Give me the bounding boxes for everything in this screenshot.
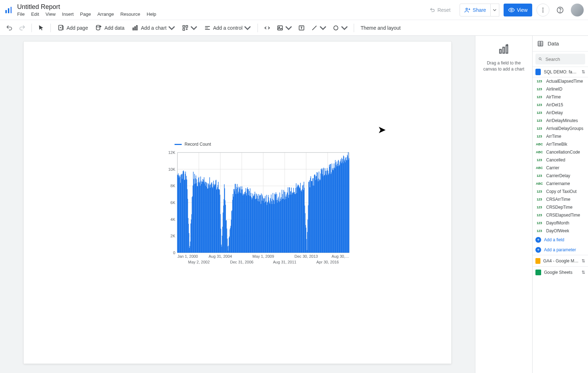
field-name: Cancelled [546,158,565,163]
svg-text:12K: 12K [168,150,175,155]
field-cancelled[interactable]: 123Cancelled [533,156,588,164]
redo-button[interactable] [16,22,28,34]
field-type-icon: 123 [535,229,543,233]
field-actualelapsedtime[interactable]: 123ActualElapsedTime [533,77,588,85]
text-button[interactable] [296,22,307,34]
field-name: ArrTime [546,134,561,139]
menu-page[interactable]: Page [80,11,91,17]
field-type-icon: ABC [535,181,543,186]
add-field-link[interactable]: +Add a field [533,235,588,245]
datasource-name: Google Sheets [544,270,572,275]
svg-rect-456 [503,47,505,53]
field-arrdelayminutes[interactable]: 123ArrDelayMinutes [533,117,588,125]
shape-button[interactable] [330,22,350,34]
time-series-chart[interactable]: Record Count 02K4K6K8K10K12KJan 1, 2000A… [160,142,353,271]
datasource-icon [535,69,541,75]
svg-point-459 [539,58,541,60]
svg-text:Dec 31, 2006: Dec 31, 2006 [230,260,253,264]
field-type-icon: 123 [535,134,543,139]
embed-button[interactable] [261,22,273,34]
datasource-icon [535,270,541,275]
field-name: CarrierDelay [546,173,570,178]
field-arrdelay[interactable]: 123ArrDelay [533,109,588,117]
svg-text:Aug 30,…: Aug 30,… [332,254,349,258]
field-arrdel15[interactable]: 123ArrDel15 [533,101,588,109]
menu-arrange[interactable]: Arrange [97,11,114,17]
field-dayofweek[interactable]: 123DayOfWeek [533,227,588,235]
field-airlineid[interactable]: 123AirlineID [533,85,588,93]
field-carriername[interactable]: ABCCarriername [533,180,588,188]
share-dropdown-caret[interactable] [491,4,499,16]
svg-text:10K: 10K [168,167,175,171]
data-panel-title: Data [548,40,559,47]
add-parameter-link[interactable]: +Add a parameter [533,245,588,255]
field-arrtime[interactable]: 123ArrTime [533,132,588,140]
line-button[interactable] [309,22,329,34]
expand-icon[interactable]: ⇅ [582,270,585,275]
user-avatar[interactable] [571,4,584,16]
field-search-input[interactable] [545,56,582,62]
field-crsarrtime[interactable]: 123CRSArrTime [533,195,588,203]
add-control-button[interactable]: Add a control [201,22,254,34]
add-chart-button[interactable]: Add a chart [129,22,178,34]
datasource-ds2[interactable]: GA4 - Google Merc…⇅ [533,255,588,266]
menu-edit[interactable]: Edit [31,11,39,17]
image-button[interactable] [274,22,294,34]
menu-help[interactable]: Help [147,11,156,17]
select-tool[interactable] [35,22,47,34]
drag-hint-text: Drag a field to the canvas to add a char… [475,57,532,75]
datasource-ds3[interactable]: Google Sheets⇅ [533,266,588,278]
report-canvas[interactable]: ➤ Record Count 02K4K6K8K10K12KJan 1, 200… [24,42,451,364]
field-crselapsedtime[interactable]: 123CRSElapsedTime [533,211,588,219]
theme-layout-button[interactable]: Theme and layout [358,22,403,34]
field-type-icon: 123 [535,79,543,83]
add-page-button[interactable]: Add page [54,22,91,34]
app-logo [4,6,13,14]
svg-text:2K: 2K [171,234,176,238]
datasource-ds1[interactable]: SQL DEMO: faa_fli…⇅ [533,67,588,77]
field-arrtimeblk[interactable]: ABCArrTimeBlk [533,140,588,148]
canvas-scroll[interactable]: ➤ Record Count 02K4K6K8K10K12KJan 1, 200… [0,36,475,373]
add-parameter-label: Add a parameter [544,247,576,252]
field-crsdeptime[interactable]: 123CRSDepTime [533,203,588,211]
menu-resource[interactable]: Resource [120,11,140,17]
drag-field-panel: Drag a field to the canvas to add a char… [475,36,532,373]
field-arrivaldelaygroups[interactable]: 123ArrivalDelayGroups [533,125,588,132]
field-name: ArrivalDelayGroups [546,126,583,131]
field-airtime[interactable]: 123AirTime [533,93,588,101]
field-name: DayofMonth [546,221,569,226]
menu-view[interactable]: View [45,11,55,17]
field-carrierdelay[interactable]: 123CarrierDelay [533,172,588,180]
field-cancellationcode[interactable]: ABCCancellationCode [533,148,588,156]
field-copy of taxiout[interactable]: 123Copy of TaxiOut [533,188,588,195]
field-name: Carrier [546,165,559,170]
chevron-down-icon [168,24,175,32]
menu-insert[interactable]: Insert [62,11,74,17]
expand-icon[interactable]: ⇅ [582,258,585,263]
undo-button[interactable] [4,22,15,34]
view-button[interactable]: View [504,4,532,16]
svg-text:4K: 4K [171,217,176,222]
field-name: CRSElapsedTime [546,213,580,218]
svg-rect-15 [183,25,185,27]
datasource-icon [535,258,540,264]
svg-point-11 [96,25,100,27]
add-data-button[interactable]: Add data [92,22,127,34]
reset-button[interactable]: Reset [425,4,455,16]
menu-file[interactable]: File [17,11,25,17]
svg-point-6 [543,9,544,10]
field-type-icon: 123 [535,87,543,91]
field-type-icon: 123 [535,158,543,162]
expand-icon[interactable]: ⇅ [582,69,585,74]
field-dayofmonth[interactable]: 123DayofMonth [533,219,588,227]
help-button[interactable] [554,4,567,16]
community-viz-button[interactable] [180,22,200,34]
field-search[interactable] [535,54,585,64]
add-chart-label: Add a chart [141,25,167,31]
field-carrier[interactable]: ABCCarrier [533,164,588,172]
svg-text:8K: 8K [171,184,176,188]
document-title[interactable]: Untitled Report [17,3,156,11]
share-button[interactable]: Share [460,4,491,16]
view-label: View [517,7,528,13]
more-options-button[interactable] [536,4,549,16]
